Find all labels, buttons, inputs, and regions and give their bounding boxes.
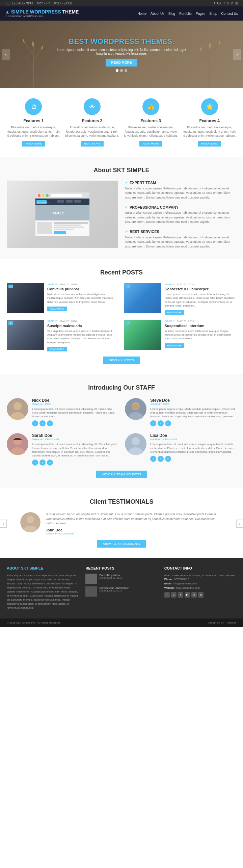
- post-category-4: SIMPLE: [165, 320, 174, 323]
- footer-rss-icon[interactable]: ⊞: [198, 592, 204, 598]
- post-category-3: SIMPLE: [47, 320, 57, 323]
- testimonial-prev-button[interactable]: ‹: [0, 520, 7, 528]
- view-team-button[interactable]: VIEW ALL TEAM MEMBERS: [96, 471, 147, 478]
- svg-rect-19: [51, 194, 82, 197]
- testimonial-role: Review From Customer: [46, 532, 223, 535]
- post-card-4: 2 SIMPLE MAY 20, 2016 Suspendisse interd…: [124, 320, 237, 351]
- svg-rect-25: [74, 200, 81, 203]
- feature-2-button[interactable]: READ MORE: [81, 141, 104, 147]
- about-image: SKT SIMPLE SIMPLE: [7, 181, 118, 248]
- hero-dot-1[interactable]: [116, 69, 118, 72]
- nav-contact[interactable]: Contact Us: [221, 12, 238, 16]
- staff-3-facebook-icon[interactable]: f: [32, 459, 38, 466]
- post-button-1[interactable]: READ MORE: [47, 307, 67, 311]
- post-button-3[interactable]: READ MORE: [47, 347, 67, 351]
- nav-pages[interactable]: Pages: [196, 12, 205, 16]
- linkedin-icon[interactable]: in: [231, 1, 233, 5]
- svg-rect-30: [54, 222, 88, 224]
- rss-icon[interactable]: ⊞: [235, 1, 238, 5]
- post-content-1: SIMPLE MAY 20, 2016 Convallis pulvinar N…: [47, 283, 119, 315]
- staff-3-linkedin-icon[interactable]: in: [47, 459, 53, 466]
- footer-linkedin-icon[interactable]: in: [191, 592, 197, 598]
- testimonial-content: Duis in aliquam turpis, eu fringilla lec…: [46, 512, 223, 535]
- logo-text: ▲ SIMPLE WORDPRESS THEME: [5, 9, 79, 15]
- staff-4-facebook-icon[interactable]: f: [150, 456, 156, 462]
- post-text-3: Sed vulputate massa a nec, posuere facil…: [47, 329, 119, 344]
- nav-about[interactable]: About Us: [151, 12, 164, 16]
- feature-1-button[interactable]: READ MORE: [22, 141, 45, 147]
- svg-line-9: [201, 49, 210, 63]
- hero-text: Lorem ipsum dolor sit amet, consectetur …: [54, 48, 189, 55]
- post-card-3: 2 SIMPLE MAY 20, 2016 Suscipit malesuada…: [7, 320, 119, 351]
- footer-googleplus-icon[interactable]: G: [171, 592, 177, 598]
- post-meta-2: SIMPLE MAY 20, 2016: [165, 283, 237, 287]
- facebook-icon[interactable]: f: [214, 1, 215, 5]
- about-points: EXPERT TEAM Nulla ut ullamcorper sapien.…: [125, 181, 236, 249]
- nav-portfolio[interactable]: Portfolio: [179, 12, 192, 16]
- staff-2-linkedin-icon[interactable]: in: [165, 420, 171, 426]
- staff-1-linkedin-icon[interactable]: in: [47, 420, 53, 426]
- view-testimonials-button[interactable]: VIEW ALL TESTIMONIALS: [97, 540, 146, 548]
- feature-2-icon: 👁: [84, 98, 101, 115]
- nav-shop[interactable]: Shop: [209, 12, 217, 16]
- footer-facebook-icon[interactable]: f: [164, 592, 170, 598]
- staff-4-twitter-icon[interactable]: t: [158, 456, 164, 462]
- hero-dot-2[interactable]: [120, 69, 123, 72]
- testimonial-next-button[interactable]: ›: [236, 520, 243, 528]
- hero-cta-button[interactable]: READ MORE: [106, 59, 137, 67]
- footer: ABOUT SKT SIMPLE Ttam aliquam aliquam ip…: [0, 558, 243, 619]
- footer-about-text: Ttam aliquam aliquam ipsum eget volutpat…: [7, 574, 79, 610]
- staff-social-3: f t in: [32, 459, 118, 466]
- staff-3-twitter-icon[interactable]: t: [39, 459, 46, 466]
- post-card-1: 2 SIMPLE MAY 20, 2016 Convallis pulvinar…: [7, 283, 119, 315]
- post-button-4[interactable]: READ MORE: [165, 343, 184, 348]
- feature-item-4: ⭐ Features 4 Phasellus nec metus sceleri…: [183, 98, 236, 147]
- about-point-3-text: Nulla ut ullamcorper sapien. Pellentesqu…: [125, 235, 236, 249]
- footer-post-title-1: Convallis pulvinar: [99, 574, 122, 577]
- pinterest-icon[interactable]: p: [227, 1, 229, 5]
- feature-3-button[interactable]: READ MORE: [139, 141, 162, 147]
- post-button-2[interactable]: READ MORE: [165, 310, 184, 315]
- googleplus-icon[interactable]: G+: [217, 1, 222, 5]
- svg-rect-33: [54, 229, 74, 230]
- staff-name-4: Lisa Doe: [150, 433, 236, 438]
- staff-grid: Nick Doe GRAPHIC PRO Lorem ipsum dolor s…: [7, 398, 236, 466]
- post-image-1: 2: [7, 283, 44, 313]
- footer-youtube-icon[interactable]: ▶: [185, 592, 190, 598]
- staff-1-twitter-icon[interactable]: t: [39, 420, 46, 426]
- post-date-2: MAY 20, 2016: [177, 283, 194, 286]
- nav-home[interactable]: Home: [137, 12, 146, 16]
- staff-1-facebook-icon[interactable]: f: [32, 420, 38, 426]
- hero-prev-button[interactable]: ‹: [2, 49, 10, 60]
- footer-email-value: info@sitename.com: [173, 582, 197, 585]
- hero-next-button[interactable]: ›: [233, 49, 241, 60]
- feature-4-button[interactable]: READ MORE: [198, 141, 221, 147]
- hero-dot-3[interactable]: [125, 69, 127, 72]
- post-category-1: SIMPLE: [47, 283, 57, 286]
- logo-tagline: Just another WordPress site: [5, 15, 79, 18]
- nav-blog[interactable]: Blog: [168, 12, 175, 16]
- footer-bottom: © 2016 SKT Simple Pro. All Rights Reserv…: [0, 619, 243, 627]
- staff-social-4: f t in: [150, 456, 236, 462]
- svg-line-7: [209, 46, 210, 88]
- staff-card-1: Nick Doe GRAPHIC PRO Lorem ipsum dolor s…: [7, 398, 118, 427]
- phone: +11 123-456-7890: [5, 1, 33, 5]
- staff-avatar-4: [125, 433, 147, 455]
- staff-2-twitter-icon[interactable]: t: [158, 420, 164, 426]
- staff-4-linkedin-icon[interactable]: in: [165, 456, 171, 462]
- view-all-posts-button[interactable]: VIEW ALL POSTS: [103, 357, 140, 364]
- about-point-2: PROFESSIONAL COMPANY Nulla ut ullamcorpe…: [125, 205, 236, 225]
- post-image-2: 2: [124, 283, 161, 313]
- feature-3-text: Phasellus nec metus scelerisque, feugiat…: [124, 125, 178, 138]
- top-bar-social[interactable]: f G+ t p in ⊞: [214, 1, 238, 5]
- post-text-4: In fusce pretium posuere telebum at. A a…: [165, 329, 237, 341]
- about-browser-mockup: SKT SIMPLE SIMPLE: [34, 191, 91, 238]
- twitter-icon[interactable]: t: [224, 1, 225, 5]
- staff-2-facebook-icon[interactable]: f: [150, 420, 156, 426]
- post-category-2: SIMPLE: [165, 283, 174, 286]
- staff-name-3: Sarah Doe: [32, 433, 118, 438]
- hours: Mon - Fri: 10:00 - 21:00: [37, 1, 72, 5]
- staff-text-1: Lorem ipsum dolor sit amet, consectetur …: [32, 407, 118, 419]
- feature-4-icon: ⭐: [201, 98, 218, 115]
- footer-twitter-icon[interactable]: t: [178, 592, 183, 598]
